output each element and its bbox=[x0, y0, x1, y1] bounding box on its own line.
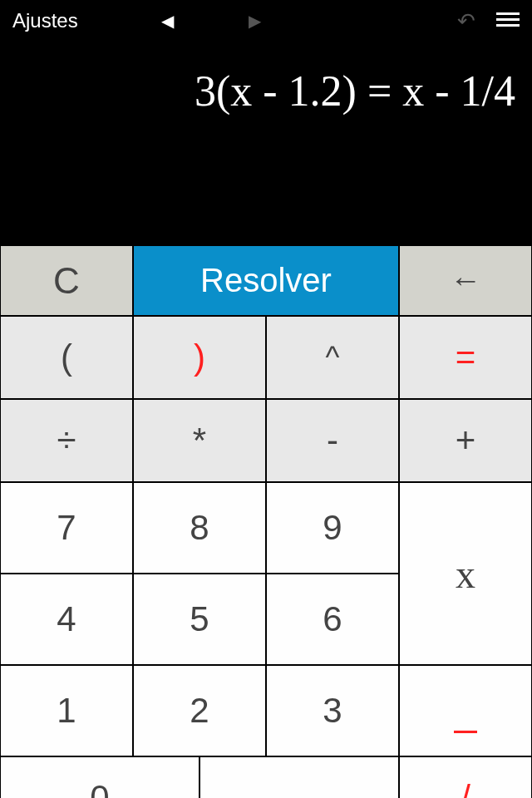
menu-icon[interactable] bbox=[496, 9, 520, 32]
digit-6-button[interactable]: 6 bbox=[266, 574, 399, 665]
svg-rect-0 bbox=[496, 12, 520, 15]
nav-right-icon: ▶ bbox=[249, 11, 261, 31]
digit-4-button[interactable]: 4 bbox=[0, 574, 133, 665]
digit-0-button[interactable]: 0 bbox=[0, 756, 200, 798]
caret-button[interactable]: ^ bbox=[266, 316, 399, 399]
nav-left-icon[interactable]: ◀ bbox=[161, 11, 174, 31]
settings-button[interactable]: Ajustes bbox=[12, 9, 78, 32]
undo-icon: ↶ bbox=[457, 8, 475, 34]
digit-5-button[interactable]: 5 bbox=[133, 574, 266, 665]
clear-button[interactable]: C bbox=[0, 245, 133, 316]
keypad: C Resolver ← ( ) ^ = ÷ * - + 7 8 9 4 5 6… bbox=[0, 245, 532, 798]
decimal-button[interactable]: . bbox=[200, 756, 399, 798]
expression-text: 3(x - 1.2) = x - 1/4 bbox=[195, 66, 515, 116]
top-bar: Ajustes ◀ ▶ ↶ bbox=[0, 0, 532, 42]
digit-8-button[interactable]: 8 bbox=[133, 482, 266, 574]
open-paren-button[interactable]: ( bbox=[0, 316, 133, 399]
solve-button[interactable]: Resolver bbox=[133, 245, 399, 316]
digit-7-button[interactable]: 7 bbox=[0, 482, 133, 574]
variable-x-button[interactable]: x bbox=[399, 482, 532, 665]
equals-button[interactable]: = bbox=[399, 316, 532, 399]
close-paren-button[interactable]: ) bbox=[133, 316, 266, 399]
top-right-controls: ↶ bbox=[457, 8, 520, 34]
divide-button[interactable]: ÷ bbox=[0, 399, 133, 482]
svg-rect-2 bbox=[496, 24, 520, 27]
minus-button[interactable]: - bbox=[266, 399, 399, 482]
svg-rect-1 bbox=[496, 18, 520, 21]
digit-3-button[interactable]: 3 bbox=[266, 665, 399, 756]
nav-arrows: ◀ ▶ bbox=[161, 11, 261, 31]
digit-9-button[interactable]: 9 bbox=[266, 482, 399, 574]
digit-2-button[interactable]: 2 bbox=[133, 665, 266, 756]
expression-display: 3(x - 1.2) = x - 1/4 bbox=[0, 42, 532, 245]
multiply-button[interactable]: * bbox=[133, 399, 266, 482]
digit-1-button[interactable]: 1 bbox=[0, 665, 133, 756]
slash-button[interactable]: / bbox=[399, 756, 532, 798]
plus-button[interactable]: + bbox=[399, 399, 532, 482]
underscore-button[interactable]: _ bbox=[399, 665, 532, 756]
backspace-button[interactable]: ← bbox=[399, 245, 532, 316]
